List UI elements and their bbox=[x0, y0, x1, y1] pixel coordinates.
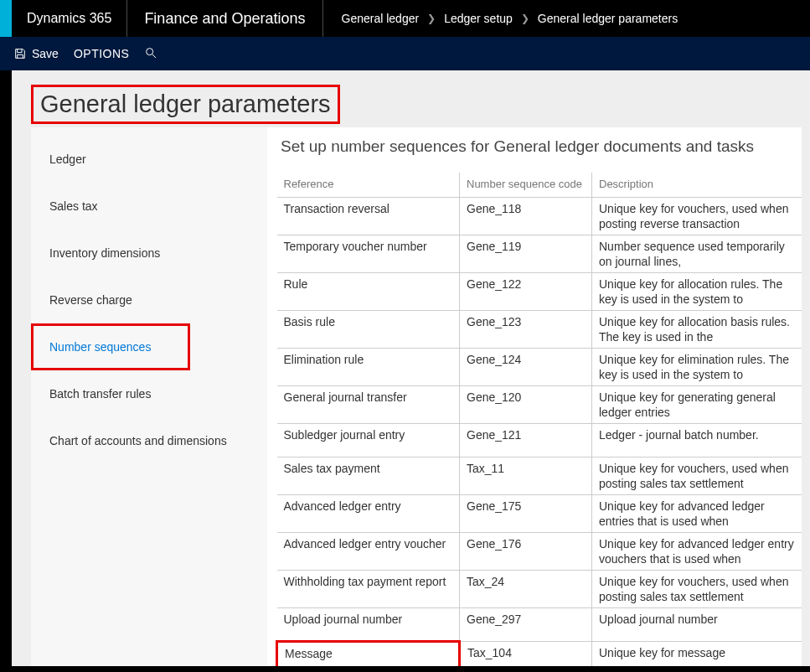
cell-code[interactable]: Gene_176 bbox=[460, 533, 592, 571]
search-icon bbox=[144, 46, 157, 59]
cell-desc[interactable]: Unique key for vouchers, used when posti… bbox=[592, 457, 802, 495]
cell-desc[interactable]: Upload journal number bbox=[592, 608, 802, 642]
content-wrap: Ledger Sales tax Inventory dimensions Re… bbox=[31, 127, 802, 666]
svg-point-0 bbox=[147, 48, 153, 54]
cell-reference-highlight[interactable]: Message bbox=[277, 642, 460, 667]
table-row[interactable]: RuleGene_122Unique key for allocation ru… bbox=[277, 273, 802, 311]
cell-reference[interactable]: Rule bbox=[277, 273, 460, 311]
top-header: Dynamics 365 Finance and Operations Gene… bbox=[0, 0, 810, 37]
cell-reference[interactable]: Basis rule bbox=[277, 311, 460, 349]
app-label: Finance and Operations bbox=[127, 0, 322, 37]
table-row[interactable]: Sales tax paymentTax_11Unique key for vo… bbox=[277, 457, 802, 495]
cell-code[interactable]: Gene_118 bbox=[460, 198, 592, 235]
sidebar-item-reverse-charge[interactable]: Reverse charge bbox=[31, 277, 267, 323]
table-row[interactable]: Temporary voucher numberGene_119Number s… bbox=[277, 235, 802, 273]
cell-reference[interactable]: Withholding tax payment report bbox=[277, 571, 460, 608]
cell-reference[interactable]: Sales tax payment bbox=[277, 457, 460, 495]
table-row[interactable]: General journal transferGene_120Unique k… bbox=[277, 386, 802, 424]
cell-code[interactable]: Gene_120 bbox=[460, 386, 592, 424]
cell-code[interactable]: Gene_175 bbox=[460, 495, 592, 533]
col-description[interactable]: Description bbox=[592, 173, 802, 198]
cell-reference[interactable]: General journal transfer bbox=[277, 386, 460, 424]
number-sequence-grid: Reference Number sequence code Descripti… bbox=[276, 173, 802, 666]
cell-reference[interactable]: Upload journal number bbox=[277, 608, 460, 642]
breadcrumb: General ledger ❯ Ledger setup ❯ General … bbox=[323, 0, 697, 37]
brand-label[interactable]: Dynamics 365 bbox=[12, 0, 127, 37]
svg-line-1 bbox=[152, 54, 156, 58]
cell-code[interactable]: Gene_121 bbox=[460, 424, 592, 457]
action-toolbar: Save OPTIONS bbox=[0, 37, 810, 70]
cell-code[interactable]: Tax_104 bbox=[460, 642, 592, 667]
cell-reference[interactable]: Subledger journal entry bbox=[277, 424, 460, 457]
chevron-right-icon: ❯ bbox=[521, 13, 529, 24]
table-row[interactable]: Advanced ledger entryGene_175Unique key … bbox=[277, 495, 802, 533]
cell-code[interactable]: Gene_122 bbox=[460, 273, 592, 311]
cell-desc[interactable]: Unique key for advanced ledger entry vou… bbox=[592, 533, 802, 571]
cell-desc[interactable]: Unique key for allocation basis rules. T… bbox=[592, 311, 802, 349]
app-launcher[interactable] bbox=[0, 0, 12, 37]
search-button[interactable] bbox=[144, 46, 157, 62]
cell-code[interactable]: Tax_24 bbox=[460, 571, 592, 608]
sidebar-item-chart-of-accounts[interactable]: Chart of accounts and dimensions bbox=[31, 417, 267, 464]
page-title-highlight: General ledger parameters bbox=[31, 85, 340, 124]
cell-code[interactable]: Gene_119 bbox=[460, 235, 592, 273]
breadcrumb-item[interactable]: General ledger parameters bbox=[538, 12, 678, 25]
sidebar: Ledger Sales tax Inventory dimensions Re… bbox=[31, 127, 267, 666]
table-row[interactable]: Upload journal numberGene_297Upload jour… bbox=[277, 608, 802, 642]
cell-desc[interactable]: Number sequence used temporarily on jour… bbox=[592, 235, 802, 273]
page-title: General ledger parameters bbox=[40, 90, 331, 118]
table-row[interactable]: Basis ruleGene_123Unique key for allocat… bbox=[277, 311, 802, 349]
cell-desc[interactable]: Unique key for advanced ledger entries t… bbox=[592, 495, 802, 533]
table-row[interactable]: MessageTax_104Unique key for message bbox=[277, 642, 802, 667]
page-body: General ledger parameters Ledger Sales t… bbox=[12, 70, 810, 666]
cell-desc[interactable]: Unique key for vouchers, used when posti… bbox=[592, 571, 802, 608]
breadcrumb-item[interactable]: Ledger setup bbox=[444, 12, 513, 25]
table-row[interactable]: Elimination ruleGene_124Unique key for e… bbox=[277, 349, 802, 386]
cell-reference[interactable]: Temporary voucher number bbox=[277, 235, 460, 273]
cell-reference[interactable]: Transaction reversal bbox=[277, 198, 460, 235]
save-button[interactable]: Save bbox=[13, 47, 59, 60]
save-icon bbox=[13, 47, 27, 60]
cell-reference[interactable]: Advanced ledger entry voucher bbox=[277, 533, 460, 571]
cell-desc[interactable]: Ledger - journal batch number. bbox=[592, 424, 802, 457]
cell-reference[interactable]: Elimination rule bbox=[277, 349, 460, 386]
save-label: Save bbox=[32, 47, 59, 60]
sidebar-item-sales-tax[interactable]: Sales tax bbox=[31, 183, 267, 230]
cell-code[interactable]: Gene_124 bbox=[460, 349, 592, 386]
table-row[interactable]: Withholding tax payment reportTax_24Uniq… bbox=[277, 571, 802, 608]
chevron-right-icon: ❯ bbox=[427, 13, 436, 24]
sidebar-item-inventory-dimensions[interactable]: Inventory dimensions bbox=[31, 230, 267, 277]
col-reference[interactable]: Reference bbox=[277, 173, 460, 198]
table-row[interactable]: Subledger journal entryGene_121Ledger - … bbox=[277, 424, 802, 457]
detail-title: Set up number sequences for General ledg… bbox=[281, 137, 802, 156]
cell-desc[interactable]: Unique key for vouchers, used when posti… bbox=[592, 198, 802, 235]
cell-desc[interactable]: Unique key for allocation rules. The key… bbox=[592, 273, 802, 311]
cell-code[interactable]: Gene_297 bbox=[460, 608, 592, 642]
options-button[interactable]: OPTIONS bbox=[74, 47, 130, 60]
cell-code[interactable]: Gene_123 bbox=[460, 311, 592, 349]
detail-pane: Set up number sequences for General ledg… bbox=[267, 127, 802, 666]
col-number-sequence-code[interactable]: Number sequence code bbox=[460, 173, 592, 198]
cell-desc[interactable]: Unique key for generating general ledger… bbox=[592, 386, 802, 424]
sidebar-item-batch-transfer-rules[interactable]: Batch transfer rules bbox=[31, 370, 267, 417]
cell-reference[interactable]: Advanced ledger entry bbox=[277, 495, 460, 533]
cell-desc[interactable]: Unique key for message bbox=[592, 642, 802, 667]
sidebar-item-number-sequences[interactable]: Number sequences bbox=[31, 323, 190, 370]
cell-code[interactable]: Tax_11 bbox=[460, 457, 592, 495]
table-row[interactable]: Advanced ledger entry voucherGene_176Uni… bbox=[277, 533, 802, 571]
cell-desc[interactable]: Unique key for elimination rules. The ke… bbox=[592, 349, 802, 386]
breadcrumb-item[interactable]: General ledger bbox=[342, 12, 420, 25]
table-header-row: Reference Number sequence code Descripti… bbox=[277, 173, 802, 198]
sidebar-item-ledger[interactable]: Ledger bbox=[31, 136, 267, 183]
table-row[interactable]: Transaction reversalGene_118Unique key f… bbox=[277, 198, 802, 235]
